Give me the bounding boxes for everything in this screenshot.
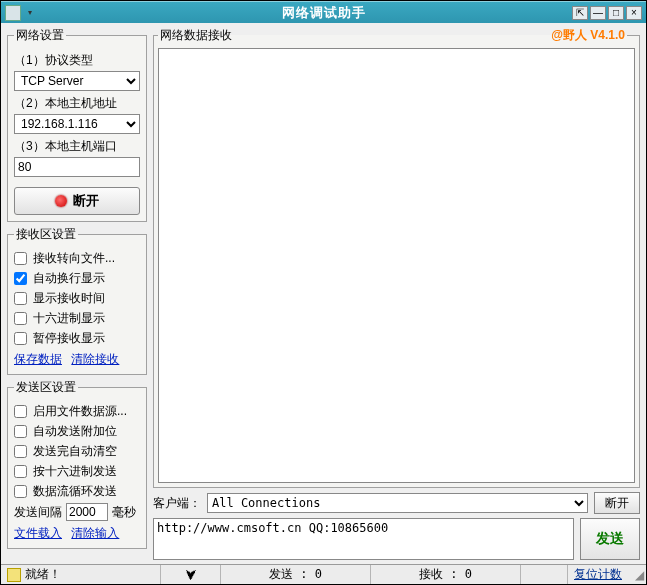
- auto-append-checkbox[interactable]: [14, 425, 27, 438]
- title-bar: ▾ 网络调试助手 ⇱ — □ ×: [1, 1, 646, 23]
- clear-input-link[interactable]: 清除输入: [71, 526, 119, 540]
- status-bar: 就绪！ ⮟ 发送 : 0 接收 : 0 复位计数 ◢: [1, 564, 646, 584]
- hex-send-label: 按十六进制发送: [33, 463, 117, 480]
- receive-textarea[interactable]: [158, 48, 635, 483]
- load-file-link[interactable]: 文件载入: [14, 526, 62, 540]
- version-label: @野人 V4.1.0: [551, 27, 625, 44]
- clear-recv-link[interactable]: 清除接收: [71, 352, 119, 366]
- auto-clear-label: 发送完自动清空: [33, 443, 117, 460]
- window-title: 网络调试助手: [1, 4, 646, 22]
- hex-send-checkbox[interactable]: [14, 465, 27, 478]
- loop-send-label: 数据流循环发送: [33, 483, 117, 500]
- disconnect-button[interactable]: 断开: [14, 187, 140, 215]
- auto-clear-checkbox[interactable]: [14, 445, 27, 458]
- send-settings-legend: 发送区设置: [14, 379, 78, 396]
- client-select[interactable]: All Connections: [207, 493, 588, 513]
- port-label: （3）本地主机端口: [14, 138, 140, 155]
- receive-area-group: 网络数据接收 @野人 V4.1.0: [153, 27, 640, 488]
- receive-settings-legend: 接收区设置: [14, 226, 78, 243]
- port-input[interactable]: [14, 157, 140, 177]
- recv-to-file-label: 接收转向文件...: [33, 250, 115, 267]
- status-icon: [7, 568, 21, 582]
- auto-wrap-checkbox[interactable]: [14, 272, 27, 285]
- reset-counter-button[interactable]: 复位计数: [567, 565, 628, 584]
- file-source-checkbox[interactable]: [14, 405, 27, 418]
- host-select[interactable]: 192.168.1.116: [14, 114, 140, 134]
- receive-settings-group: 接收区设置 接收转向文件... 自动换行显示 显示接收时间 十六进制显示 暂停接…: [7, 226, 147, 375]
- record-icon: [55, 195, 67, 207]
- send-settings-group: 发送区设置 启用文件数据源... 自动发送附加位 发送完自动清空 按十六进制发送…: [7, 379, 147, 549]
- pause-recv-label: 暂停接收显示: [33, 330, 105, 347]
- auto-append-label: 自动发送附加位: [33, 423, 117, 440]
- client-label: 客户端：: [153, 495, 201, 512]
- interval-label-post: 毫秒: [112, 504, 136, 521]
- disconnect-label: 断开: [73, 192, 99, 210]
- network-settings-group: 网络设置 （1）协议类型 TCP Server （2）本地主机地址 192.16…: [7, 27, 147, 222]
- save-data-link[interactable]: 保存数据: [14, 352, 62, 366]
- loop-send-checkbox[interactable]: [14, 485, 27, 498]
- send-textarea[interactable]: http://www.cmsoft.cn QQ:10865600: [153, 518, 574, 560]
- auto-wrap-label: 自动换行显示: [33, 270, 105, 287]
- resize-grip[interactable]: ◢: [628, 566, 646, 584]
- hex-display-label: 十六进制显示: [33, 310, 105, 327]
- show-time-label: 显示接收时间: [33, 290, 105, 307]
- show-time-checkbox[interactable]: [14, 292, 27, 305]
- recv-to-file-checkbox[interactable]: [14, 252, 27, 265]
- network-settings-legend: 网络设置: [14, 27, 66, 44]
- file-source-label: 启用文件数据源...: [33, 403, 127, 420]
- status-recv-count: 接收 : 0: [419, 566, 472, 583]
- pause-recv-checkbox[interactable]: [14, 332, 27, 345]
- receive-area-legend: 网络数据接收: [160, 27, 232, 44]
- client-disconnect-button[interactable]: 断开: [594, 492, 640, 514]
- host-label: （2）本地主机地址: [14, 95, 140, 112]
- status-ready: 就绪！: [25, 566, 61, 583]
- interval-input[interactable]: [66, 503, 108, 521]
- protocol-label: （1）协议类型: [14, 52, 140, 69]
- nav-down-icon[interactable]: ⮟: [185, 568, 197, 582]
- send-button[interactable]: 发送: [580, 518, 640, 560]
- protocol-select[interactable]: TCP Server: [14, 71, 140, 91]
- status-send-count: 发送 : 0: [269, 566, 322, 583]
- interval-label-pre: 发送间隔: [14, 504, 62, 521]
- hex-display-checkbox[interactable]: [14, 312, 27, 325]
